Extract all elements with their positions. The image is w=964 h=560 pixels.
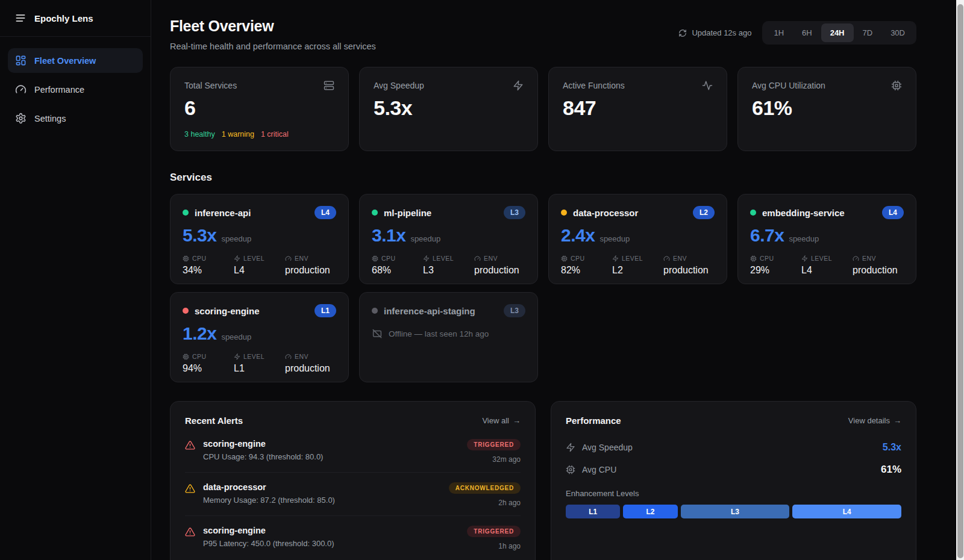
- service-card-ml-pipeline[interactable]: ml-pipeline L3 3.1x speedup CPU 68% LEVE…: [359, 194, 538, 284]
- service-card-scoring-engine[interactable]: scoring-engine L1 1.2x speedup CPU 94% L…: [170, 292, 349, 382]
- alerts-list: scoring-engine CPU Usage: 94.3 (threshol…: [185, 429, 521, 559]
- level-segment-l2: L2: [623, 505, 677, 518]
- cpu-icon: [183, 353, 189, 360]
- zap-icon: [234, 353, 240, 360]
- stat-card-total-services: Total Services 6 3 healthy 1 warning 1 c…: [170, 67, 349, 151]
- metric-value-env: production: [285, 265, 336, 276]
- stat-value: 61%: [752, 96, 902, 120]
- status-dot-healthy: [750, 210, 756, 216]
- level-segment-l1: L1: [566, 505, 620, 518]
- activity-icon: [702, 80, 713, 91]
- cpu-icon: [183, 255, 189, 262]
- service-card-inference-api[interactable]: inference-api L4 5.3x speedup CPU 34% LE…: [170, 194, 349, 284]
- metric-label-env: ENV: [673, 255, 687, 262]
- status-dot-offline: [372, 308, 378, 314]
- level-badge: L4: [315, 206, 336, 219]
- metric-label-cpu: CPU: [571, 255, 585, 262]
- brand: Epochly Lens: [0, 0, 151, 37]
- metric-label-env: ENV: [295, 353, 308, 360]
- alert-row: data-processor Memory Usage: 87.2 (thres…: [185, 473, 521, 516]
- zap-icon: [566, 443, 575, 452]
- warning-count: 1 warning: [222, 130, 254, 138]
- service-card-data-processor[interactable]: data-processor L2 2.4x speedup CPU 82% L…: [548, 194, 727, 284]
- critical-count: 1 critical: [261, 130, 289, 138]
- range-button-1h[interactable]: 1H: [765, 23, 793, 42]
- alert-time: 1h ago: [498, 542, 521, 550]
- status-dot-critical: [183, 308, 189, 314]
- sidebar-item-performance[interactable]: Performance: [8, 77, 143, 102]
- alert-service-name: data-processor: [203, 482, 441, 492]
- view-details-link[interactable]: View details →: [848, 416, 901, 425]
- gauge-icon: [474, 255, 481, 262]
- speedup-suffix: speedup: [410, 234, 440, 243]
- avg-speedup-label: Avg Speedup: [582, 443, 876, 452]
- avg-cpu-label: Avg CPU: [582, 465, 874, 474]
- stat-value: 847: [563, 96, 713, 120]
- arrow-right-icon: →: [894, 416, 901, 425]
- level-segment-l4: L4: [792, 505, 901, 518]
- refresh-icon: [678, 29, 687, 37]
- window-scrollbar[interactable]: [956, 0, 964, 560]
- metric-label-level: LEVEL: [243, 353, 264, 360]
- status-breakdown: 3 healthy 1 warning 1 critical: [184, 130, 289, 138]
- enhancement-levels-label: Enhancement Levels: [566, 489, 901, 498]
- avg-cpu-value: 61%: [881, 464, 901, 476]
- stat-card-avg-speedup: Avg Speedup 5.3x: [359, 67, 538, 151]
- metric-value-level: L4: [801, 265, 853, 276]
- service-name: inference-api: [195, 208, 308, 218]
- alert-service-name: scoring-engine: [203, 439, 459, 449]
- metric-label-cpu: CPU: [192, 255, 207, 262]
- metric-value-cpu: 68%: [372, 265, 423, 276]
- avg-cpu-row: Avg CPU 61%: [566, 458, 901, 481]
- sidebar-item-settings[interactable]: Settings: [8, 106, 143, 131]
- metric-label-cpu: CPU: [192, 353, 207, 360]
- view-details-label: View details: [848, 416, 890, 425]
- services-section-title: Services: [170, 172, 916, 184]
- speedup-value: 5.3x: [183, 225, 216, 246]
- level-badge: L3: [504, 304, 525, 317]
- sidebar-item-label: Fleet Overview: [34, 56, 96, 66]
- updated-status: Updated 12s ago: [678, 28, 751, 37]
- metric-value-env: production: [474, 265, 525, 276]
- stat-label: Active Functions: [563, 81, 625, 90]
- stat-label: Avg Speedup: [374, 81, 424, 90]
- range-button-6h[interactable]: 6H: [793, 23, 821, 42]
- enhancement-levels-bar: L1 L2 L3 L4: [566, 505, 901, 518]
- stat-card-avg-cpu: Avg CPU Utilization 61%: [737, 67, 916, 151]
- gauge-icon: [663, 255, 670, 262]
- range-button-30d[interactable]: 30D: [881, 23, 914, 42]
- cpu-icon: [891, 80, 902, 91]
- avg-speedup-row: Avg Speedup 5.3x: [566, 437, 901, 458]
- stat-card-active-functions: Active Functions 847: [548, 67, 727, 151]
- stat-value: 6: [184, 96, 334, 120]
- view-all-link[interactable]: View all →: [482, 416, 521, 425]
- range-button-24h[interactable]: 24H: [821, 23, 854, 42]
- metric-label-env: ENV: [484, 255, 498, 262]
- avg-speedup-value: 5.3x: [883, 442, 901, 453]
- service-card-inference-api-staging[interactable]: inference-api-staging L3 Offline — last …: [359, 292, 538, 382]
- cpu-icon: [750, 255, 757, 262]
- alert-row: scoring-engine P95 Latency: 450.0 (thres…: [185, 516, 521, 559]
- gauge-icon: [285, 255, 292, 262]
- cpu-icon: [372, 255, 378, 262]
- metric-label-env: ENV: [862, 255, 876, 262]
- page-title: Fleet Overview: [170, 17, 376, 35]
- menu-icon[interactable]: [14, 12, 27, 24]
- bottom-panels: Recent Alerts View all → scoring-engine …: [170, 401, 916, 560]
- main-content: Fleet Overview Real-time health and perf…: [151, 0, 956, 560]
- sidebar-item-label: Performance: [34, 85, 84, 95]
- metric-label-level: LEVEL: [243, 255, 264, 262]
- service-card-embedding-service[interactable]: embedding-service L4 6.7x speedup CPU 29…: [737, 194, 916, 284]
- gauge-icon: [853, 255, 859, 262]
- offline-text: Offline — last seen 12h ago: [389, 329, 489, 338]
- performance-panel-title: Performance: [566, 415, 621, 426]
- sidebar-item-label: Settings: [34, 114, 66, 123]
- sidebar-item-fleet-overview[interactable]: Fleet Overview: [8, 48, 143, 73]
- service-name: ml-pipeline: [384, 208, 498, 218]
- alert-triangle-icon: [185, 440, 195, 450]
- page-header: Fleet Overview Real-time health and perf…: [170, 16, 916, 51]
- range-button-7d[interactable]: 7D: [854, 23, 882, 42]
- brand-name: Epochly Lens: [34, 13, 93, 23]
- zap-icon: [234, 255, 240, 262]
- scrollbar-thumb[interactable]: [957, 4, 963, 558]
